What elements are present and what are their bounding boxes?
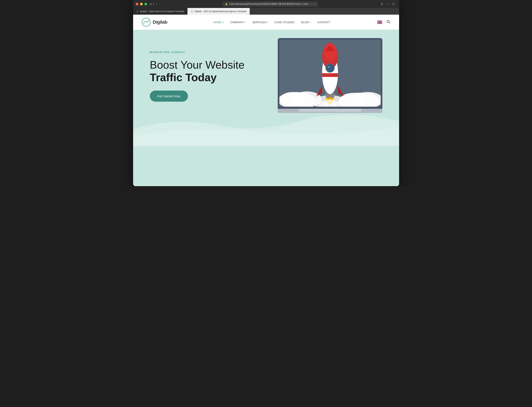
laptop-screen bbox=[278, 38, 382, 109]
address-bar[interactable]: 🔒 Users/janewang/Downloads/外国SEO搜索引擎优化类网… bbox=[160, 1, 380, 7]
minimize-button[interactable] bbox=[140, 3, 143, 5]
share-icon[interactable]: ⬆ bbox=[381, 2, 383, 6]
nav-links: HOME ▾ COMPANY ▾ SERVICES ▾ bbox=[214, 21, 330, 24]
url-text: Users/janewang/Downloads/外国SEO搜索引擎优化类网页/… bbox=[229, 2, 308, 6]
hero-content: MARKETING AGENCY Boost Your Website Traf… bbox=[150, 42, 245, 102]
back-button[interactable]: ‹ bbox=[156, 2, 157, 6]
laptop-screen-inner bbox=[279, 40, 381, 107]
sidebar-right-icon[interactable]: ⧉ bbox=[392, 2, 395, 6]
tab-favicon-anada: ◎ bbox=[136, 10, 139, 13]
svg-point-0 bbox=[142, 18, 150, 26]
website-content: Digilab HOME ▾ COMPANY ▾ bbox=[133, 15, 399, 186]
url-box[interactable]: 🔒 Users/janewang/Downloads/外国SEO搜索引擎优化类网… bbox=[222, 1, 318, 7]
forward-button[interactable]: › bbox=[159, 2, 160, 6]
tab-label-digilab: Digilab - SEO & Digital Marketing Agency… bbox=[195, 10, 247, 13]
navbar: Digilab HOME ▾ COMPANY ▾ bbox=[133, 15, 399, 30]
window-controls bbox=[136, 3, 147, 5]
mac-titlebar: ⊞ ▾ ‹ › 🔒 Users/janewang/Downloads/外国SEO… bbox=[133, 0, 399, 8]
nav-link-services[interactable]: SERVICES ▾ bbox=[252, 21, 268, 24]
svg-point-15 bbox=[326, 64, 334, 72]
svg-line-2 bbox=[389, 22, 390, 23]
nav-item-home[interactable]: HOME ▾ bbox=[214, 21, 223, 24]
nav-right: 🇬🇧 bbox=[376, 19, 390, 25]
lock-icon: 🔒 bbox=[225, 3, 228, 5]
mac-window: ⊞ ▾ ‹ › 🔒 Users/janewang/Downloads/外国SEO… bbox=[133, 0, 399, 186]
laptop-illustration bbox=[278, 38, 382, 113]
sidebar-icon: ⊞ bbox=[150, 2, 152, 6]
svg-rect-17 bbox=[322, 73, 338, 77]
chevron-down-icon: ▾ bbox=[310, 21, 310, 23]
tab-digilab[interactable]: ◎ Digilab - SEO & Digital Marketing Agen… bbox=[188, 8, 250, 15]
nav-link-contact[interactable]: CONTACT bbox=[317, 21, 330, 24]
nav-link-company[interactable]: COMPANY ▾ bbox=[230, 21, 246, 24]
nav-item-case-studies[interactable]: CASE STUDIES bbox=[275, 21, 294, 24]
nav-link-case-studies[interactable]: CASE STUDIES bbox=[275, 21, 294, 24]
chevron-down-icon: ▾ bbox=[267, 21, 268, 23]
tab-anada[interactable]: ◎ Anada - Data Science & Analytics Templ… bbox=[133, 8, 188, 15]
chevron-down-icon: ▾ bbox=[153, 2, 155, 6]
nav-item-blog[interactable]: BLOG ▾ bbox=[301, 21, 310, 24]
hero-title: Boost Your Website Traffic Today bbox=[150, 59, 245, 84]
chevron-down-icon: ▾ bbox=[245, 21, 246, 23]
nav-item-contact[interactable]: CONTACT bbox=[317, 21, 330, 24]
nav-item-services[interactable]: SERVICES ▾ bbox=[252, 21, 268, 24]
language-selector[interactable]: 🇬🇧 bbox=[376, 19, 383, 25]
logo-text: Digilab bbox=[153, 19, 167, 25]
hero-title-normal: Boost Your Website bbox=[150, 59, 245, 71]
close-button[interactable] bbox=[136, 3, 138, 5]
search-icon[interactable] bbox=[386, 20, 390, 25]
new-tab-icon[interactable]: ＋ bbox=[386, 2, 389, 6]
hero-section: MARKETING AGENCY Boost Your Website Traf… bbox=[133, 30, 399, 147]
sidebar-toggle[interactable]: ⊞ ▾ bbox=[150, 2, 155, 6]
tab-favicon-digilab: ◎ bbox=[191, 10, 193, 13]
hero-image bbox=[278, 38, 382, 113]
hero-subtitle: MARKETING AGENCY bbox=[150, 51, 245, 54]
svg-point-16 bbox=[328, 66, 330, 68]
background-wave bbox=[133, 104, 399, 147]
rocket-scene bbox=[279, 40, 381, 107]
logo-icon bbox=[142, 18, 151, 27]
maximize-button[interactable] bbox=[144, 3, 147, 5]
logo[interactable]: Digilab bbox=[142, 18, 167, 27]
svg-point-13 bbox=[324, 43, 336, 62]
nav-link-home[interactable]: HOME ▾ bbox=[214, 21, 223, 24]
nav-item-company[interactable]: COMPANY ▾ bbox=[230, 21, 246, 24]
reload-icon[interactable]: ↺ bbox=[314, 3, 315, 5]
tab-label-anada: Anada - Data Science & Analytics Templat… bbox=[140, 10, 184, 13]
tabs-bar: ◎ Anada - Data Science & Analytics Templ… bbox=[133, 8, 399, 15]
reader-icon: ⊙ bbox=[310, 3, 312, 5]
hero-title-bold: Traffic Today bbox=[150, 71, 217, 83]
cta-button[interactable]: Get Started Now bbox=[150, 91, 188, 102]
chevron-down-icon: ▾ bbox=[222, 21, 223, 23]
nav-link-blog[interactable]: BLOG ▾ bbox=[301, 21, 310, 24]
